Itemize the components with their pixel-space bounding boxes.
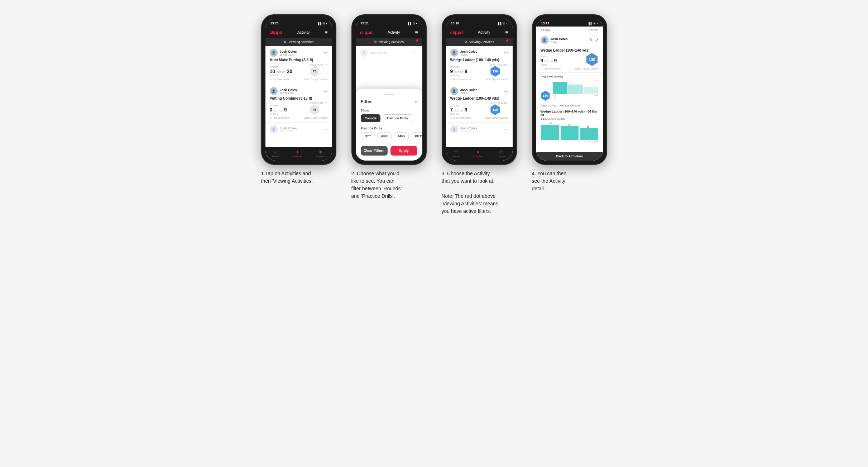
nav-home-3[interactable]: ⌂ Home [453, 149, 460, 158]
data-capture-4: Data: Clippd Capture [575, 67, 598, 70]
three-dots-1-1[interactable]: ••• [323, 51, 328, 55]
shots-val-3-1: 9 [465, 68, 467, 74]
phone-4-column: 13:21 ▌▌ ⊡ ▪ < Back Cancel 👤 Josh Coles [530, 14, 609, 192]
score-label-1-1: Score [270, 66, 292, 68]
score-lbl-4: Score [541, 55, 557, 58]
caption-1: 1.Tap on Activities andthen 'Viewing Act… [261, 170, 336, 185]
activity-title-1-2: Putting Combine (3-15 ft) [270, 96, 328, 100]
shots-val-4: 9 [554, 58, 557, 63]
viewing-activities-bar-2[interactable]: ⚙ Viewing Activities [356, 38, 422, 46]
status-icons-2: ▌▌ ⊡ ▪ [408, 22, 417, 25]
shots-label-1-1: Shots [270, 74, 292, 77]
activities-icon-3: ♦ [477, 149, 479, 154]
y-label-0: 0 [555, 99, 556, 101]
phone-3-frame: 13:20 ▌▌ ⊡ ▪ clippd Activity ≡ ⚙ Viewing… [442, 14, 517, 165]
detail-user-name-4: Josh Coles [551, 37, 568, 41]
activity-card-1-2[interactable]: 👤 Josh Coles 28 Feb 2023 ••• Putting Com… [265, 84, 332, 123]
shot-quality-hex-1-2: 45 [309, 104, 320, 115]
shots-val-3-2: 9 [465, 107, 467, 113]
expand-icon-4[interactable]: ⤢ [595, 38, 599, 43]
phone-4-frame: 13:21 ▌▌ ⊡ ▪ < Back Cancel 👤 Josh Coles [532, 14, 607, 165]
menu-icon-2[interactable]: ≡ [415, 29, 418, 35]
three-dots-3-1[interactable]: ••• [504, 51, 508, 55]
status-icons-4: ▌▌ ⊡ ▪ [589, 22, 598, 25]
app-header-title-3: Activity [478, 30, 490, 34]
nav-activities-1[interactable]: ♦ Activities [293, 149, 303, 158]
ott-drill-btn[interactable]: OTT [361, 132, 375, 140]
practice-session-link-4[interactable]: Practice Session [560, 104, 580, 107]
rounds-filter-btn[interactable]: Rounds [361, 114, 381, 122]
apply-btn[interactable]: Apply [390, 146, 417, 156]
footer-info-3-2: ⊙ Test Information [450, 116, 471, 119]
modal-close-icon[interactable]: × [414, 99, 417, 104]
shot-quality-hex-3-1: 130 [490, 66, 500, 77]
blurred-card-2: 👤 Josh Coles ••• [356, 46, 422, 61]
bar-val-label-4-3: 124 [587, 126, 590, 128]
practice-drills-filter-btn[interactable]: Practice Drills [383, 114, 412, 122]
score-val-4: 9 [541, 58, 543, 63]
shot-quality-hex-4: 130 [586, 53, 599, 66]
app-drill-btn[interactable]: APP [377, 132, 392, 140]
nav-capture-1[interactable]: ⊕ Capture [316, 149, 325, 158]
back-btn-4[interactable]: < Back [541, 28, 551, 32]
back-to-activities-btn-4[interactable]: Back to Activities [536, 152, 603, 161]
chart-bar-4-1 [553, 82, 567, 94]
bar-4-2 [561, 126, 579, 140]
viewing-activities-bar-3[interactable]: ⚙ Viewing Activities [446, 38, 513, 46]
dashed-line-4 [541, 125, 598, 125]
nav-capture-3[interactable]: ⊕ Capture [497, 149, 505, 158]
user-info-3-2: 👤 Josh Coles Today [450, 87, 478, 95]
home-icon-3: ⌂ [455, 149, 457, 154]
activity-card-3-3: 👤 Josh Coles 28 Feb 2023 ••• [446, 123, 513, 138]
viewing-activities-bar-1[interactable]: ⚙ Viewing Activities [265, 38, 332, 46]
activity-card-1-1[interactable]: 👤 Josh Coles 28 Feb 2023 ••• Must Make P… [265, 46, 332, 84]
user-date-3-1: Today [460, 53, 478, 56]
avg-shot-title-4: Avg Shot Quality [541, 75, 599, 78]
activity-title-1-1: Must Make Putting (3-6 ft) [270, 58, 328, 62]
putt-drill-btn[interactable]: PUTT [411, 132, 422, 140]
score-val-3-2: 7 [450, 107, 453, 113]
activity-card-3-2[interactable]: 👤 Josh Coles Today ••• Wedge Ladder (100… [446, 84, 513, 123]
filter-icon-3: ⚙ [464, 40, 467, 44]
menu-icon-1[interactable]: ≡ [325, 29, 327, 35]
user-date-1-3: 28 Feb 2023 [280, 130, 297, 133]
viewing-activities-label-3: Viewing Activities [469, 40, 494, 44]
clear-filters-btn[interactable]: Clear Filters [361, 146, 388, 156]
three-dots-1-2[interactable]: ••• [323, 89, 328, 93]
avatar-4: 👤 [541, 36, 548, 44]
three-dots-3-2[interactable]: ••• [504, 89, 508, 93]
phone-3-notch [467, 19, 492, 26]
cards-area-1: 👤 Josh Coles 28 Feb 2023 ••• Must Make P… [265, 46, 332, 161]
detail-card-4: Wedge Ladder (100–140 yds) Score 9 OUT O… [536, 46, 603, 72]
show-label: Show [361, 109, 417, 112]
cancel-btn-4[interactable]: Cancel [588, 28, 598, 32]
drill-buttons-row: OTT APP ARG PUTT [361, 132, 417, 140]
nav-activities-3[interactable]: ♦ Activities [473, 149, 483, 158]
activity-title-3-1: Wedge Ladder (100–140 yds) [450, 58, 508, 62]
user-name-3-2: Josh Coles [460, 88, 478, 92]
red-dot-3 [506, 39, 508, 42]
arg-drill-btn[interactable]: ARG [394, 132, 409, 140]
shots-val-1-2: 9 [284, 107, 287, 113]
sq-label-1-2: Shot Quality [309, 102, 327, 104]
detail-header-4: < Back Cancel [536, 27, 603, 34]
wedge-section-4: Wedge Ladder (100–140 yds) - 06 Mar 23 ◆… [536, 108, 603, 122]
nav-home-1[interactable]: ⌂ Home [272, 149, 279, 158]
red-dot-2 [416, 39, 418, 42]
capture-icon-1: ⊕ [318, 149, 322, 154]
score-label-3-2: Score [450, 104, 467, 107]
app-logo-1: clippd [270, 30, 282, 35]
activity-card-3-1[interactable]: 👤 Josh Coles Today ••• Wedge Ladder (100… [446, 46, 513, 84]
user-date-3-3: 28 Feb 2023 [460, 130, 478, 133]
activity-card-1-3: 👤 Josh Coles 28 Feb 2023 ••• [265, 123, 332, 138]
wedge-title-4: Wedge Ladder (100–140 yds) - 06 Mar 23 [541, 110, 599, 117]
shots-lbl-4: Shots [541, 63, 557, 66]
footer-data-3-2: Data: Clippd Capture [485, 116, 508, 119]
menu-icon-3[interactable]: ≡ [505, 29, 508, 35]
filter-icon-2: ⚙ [374, 40, 377, 44]
edit-icon-4[interactable]: ✎ [589, 38, 593, 43]
score-val-3-1: 9 [450, 68, 453, 74]
avatar-3-2: 👤 [450, 87, 458, 95]
shot-quality-hex-1-1: 75 [309, 66, 320, 77]
phone-2-notch [377, 19, 402, 26]
